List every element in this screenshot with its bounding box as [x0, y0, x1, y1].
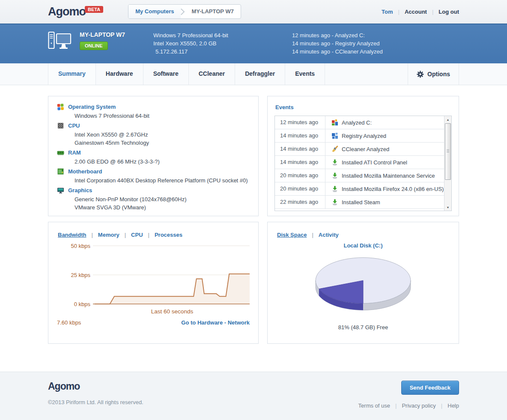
computer-banner: MY-LAPTOP W7 ONLINE Windows 7 Profession…	[0, 24, 507, 63]
spec-line: Intel Xeon X5550, 2.0 GB	[153, 39, 292, 48]
breadcrumb-current-computer: MY-LAPTOP W7	[185, 5, 240, 18]
main-tabs: SummaryHardwareSoftwareCCleanerDefraggle…	[48, 63, 325, 85]
go-to-hardware-network-link[interactable]: Go to Hardware - Network	[181, 319, 250, 326]
y-tick-label: 0 kbps	[74, 301, 91, 307]
tab-ccleaner[interactable]: CCleaner	[189, 63, 235, 85]
event-row: 22 minutes agoInstalled Steam	[275, 196, 444, 209]
disk-card-tabs: Disk Space|Activity	[277, 232, 450, 238]
logo-text: Agomo	[48, 5, 86, 18]
bandwidth-chart: 0 kbps25 kbps50 kbpsLast 60 seconds	[57, 240, 250, 318]
tab-software[interactable]: Software	[143, 63, 189, 85]
disk-tab-disk-space[interactable]: Disk Space	[277, 232, 307, 238]
recent-event-line: 12 minutes ago - Analyzed C:	[292, 31, 383, 39]
chart-tab-memory[interactable]: Memory	[98, 232, 119, 238]
agomo-logo[interactable]: AgomoBETA	[48, 5, 104, 18]
tab-defraggler[interactable]: Defraggler	[235, 63, 285, 85]
event-label: CCleaner Analyzed	[342, 146, 389, 152]
event-time: 20 minutes ago	[275, 169, 325, 182]
disk-chart-title: Local Disk (C:)	[276, 242, 450, 249]
top-header: AgomoBETA My Computers MY-LAPTOP W7 Tom …	[0, 0, 507, 24]
main-tabbar: SummaryHardwareSoftwareCCleanerDefraggle…	[0, 63, 507, 85]
computer-name: MY-LAPTOP W7	[80, 31, 153, 38]
chart-tab-bandwidth[interactable]: Bandwidth	[58, 232, 86, 238]
recent-event-line: 14 minutes ago - CCleaner Analyzed	[292, 48, 383, 56]
footer-logo: Agomo	[48, 381, 143, 392]
motherboard-icon	[57, 168, 64, 175]
system-section-title[interactable]: Operating System	[68, 104, 116, 110]
events-scrollbar[interactable]: ▲ ▼	[444, 116, 451, 211]
online-status-badge: ONLINE	[80, 42, 108, 50]
breadcrumb-my-computers[interactable]: My Computers	[128, 5, 181, 18]
events-card: Events 12 minutes agoAnalyzed C:14 minut…	[267, 96, 459, 216]
system-detail-line: Windows 7 Professional 64-bit	[57, 112, 250, 120]
gear-icon	[417, 71, 424, 78]
scrollbar-up-arrow-icon[interactable]: ▲	[444, 116, 451, 123]
user-link[interactable]: Tom	[382, 9, 393, 15]
bandwidth-card: Bandwidth|Memory|CPU|Processes 0 kbps25 …	[48, 222, 259, 344]
event-label: Installed Steam	[342, 199, 380, 206]
ccleaner-brush-icon	[331, 146, 338, 152]
events-rows: 12 minutes agoAnalyzed C:14 minutes agoR…	[275, 116, 444, 211]
event-label: Registry Analyzed	[342, 133, 386, 139]
event-label: Analyzed C:	[342, 119, 372, 126]
event-time: 14 minutes ago	[275, 129, 325, 142]
disk-blocks-icon	[331, 119, 338, 126]
scrollbar-down-arrow-icon[interactable]: ▼	[444, 204, 451, 211]
events-table: 12 minutes agoAnalyzed C:14 minutes agoR…	[274, 116, 452, 211]
footer-link-help[interactable]: Help	[447, 402, 459, 409]
event-row: 12 minutes agoAnalyzed C:	[275, 116, 444, 129]
disk-space-card: Disk Space|Activity Local Disk (C:) 81% …	[267, 222, 459, 344]
recent-event-line: 14 minutes ago - Registry Analyzed	[292, 39, 383, 48]
event-row: 20 minutes agoInstalled Mozilla Firefox …	[275, 182, 444, 196]
event-label: Installed Mozilla Maintenance Service	[342, 173, 435, 179]
account-link[interactable]: Account	[405, 9, 427, 15]
ram-icon	[57, 149, 64, 156]
scrollbar-thumb[interactable]	[445, 123, 451, 180]
spec-line: Windows 7 Professional 64-bit	[153, 31, 292, 39]
install-icon	[331, 172, 338, 179]
options-label: Options	[427, 71, 450, 77]
system-detail-line: Generic Non-PnP Monitor (1024x768@60Hz)	[57, 195, 250, 203]
footer: Agomo ©2013 Piriform Ltd. All rights res…	[0, 372, 507, 420]
computer-icon	[48, 31, 72, 63]
event-row: 20 minutes agoInstalled Mozilla Maintena…	[275, 169, 444, 182]
event-label: Installed Mozilla Firefox 24.0 (x86 en-U…	[342, 186, 444, 192]
disk-free-caption: 81% (48.7 GB) Free	[276, 324, 450, 331]
system-detail-line: 2.00 GB EDO @ 66 MHz (3-3-3-?)	[57, 158, 250, 166]
chart-tab-processes[interactable]: Processes	[155, 232, 182, 238]
graphics-icon	[57, 187, 64, 194]
system-section-title[interactable]: RAM	[68, 149, 81, 156]
system-section-title[interactable]: Graphics	[68, 187, 92, 194]
system-detail-line: Gainestown 45nm Technology	[57, 139, 250, 147]
tab-events[interactable]: Events	[285, 63, 325, 85]
system-section-title[interactable]: Motherboard	[68, 168, 102, 175]
footer-link-privacy-policy[interactable]: Privacy policy	[402, 402, 435, 409]
event-time: 20 minutes ago	[275, 182, 325, 195]
logout-link[interactable]: Log out	[438, 9, 459, 15]
y-tick-label: 50 kbps	[71, 243, 90, 249]
system-section-title[interactable]: CPU	[68, 122, 80, 129]
chart-tab-cpu[interactable]: CPU	[131, 232, 143, 238]
system-detail-line: VMware SVGA 3D (VMware)	[57, 203, 250, 211]
options-button[interactable]: Options	[408, 63, 459, 85]
header-links: Tom | Account | Log out	[382, 9, 459, 15]
disk-tab-activity[interactable]: Activity	[319, 232, 339, 238]
system-section-ram: RAM2.00 GB EDO @ 66 MHz (3-3-3-?)	[57, 149, 250, 166]
install-icon	[331, 159, 338, 166]
tab-summary[interactable]: Summary	[48, 63, 96, 85]
footer-links: Terms of use|Privacy policy|Help	[358, 402, 459, 409]
system-section-motherboard: MotherboardIntel Corporation 440BX Deskt…	[57, 168, 250, 185]
computer-specs: Windows 7 Professional 64-bitIntel Xeon …	[153, 31, 292, 63]
install-icon	[331, 199, 338, 206]
spec-line: 5.172.26.117	[153, 48, 292, 56]
event-time: 14 minutes ago	[275, 143, 325, 155]
event-time: 22 minutes ago	[275, 196, 325, 209]
system-detail-line: Intel Xeon X5550 @ 2.67GHz	[57, 131, 250, 139]
beta-badge: BETA	[85, 6, 103, 13]
send-feedback-button[interactable]: Send Feedback	[401, 381, 459, 395]
event-label: Installed ATI Control Panel	[342, 159, 407, 166]
footer-link-terms-of-use[interactable]: Terms of use	[358, 402, 390, 409]
event-time: 12 minutes ago	[275, 116, 325, 129]
tab-hardware[interactable]: Hardware	[96, 63, 143, 85]
install-icon	[331, 185, 338, 192]
